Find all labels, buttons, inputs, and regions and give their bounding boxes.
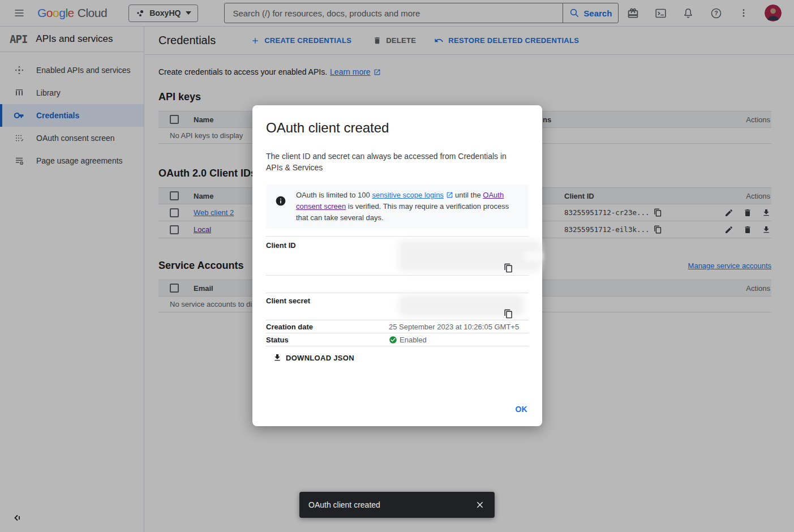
dialog-subtitle: The client ID and secret can always be a… (266, 151, 522, 173)
notice-text-2: until the (453, 191, 483, 199)
client-secret-row: Client secret (266, 293, 529, 320)
toast-message: OAuth client created (308, 500, 380, 509)
external-link-icon (446, 191, 453, 199)
ok-button[interactable]: OK (515, 405, 527, 414)
toast-snackbar: OAuth client created (299, 492, 495, 518)
notice-text-1: OAuth is limited to 100 (296, 191, 372, 199)
status-value-cell: Enabled (389, 336, 529, 344)
download-icon (273, 353, 282, 362)
client-id-label: Client ID (266, 241, 389, 275)
download-json-button[interactable]: DOWNLOAD JSON (273, 353, 354, 362)
dialog-title: OAuth client created (266, 120, 529, 136)
creation-date-row: Creation date 25 September 2023 at 10:26… (266, 320, 529, 333)
copy-client-secret-icon[interactable] (504, 309, 513, 319)
google-cloud-console: Google Cloud BoxyHQ Search (0, 0, 794, 532)
download-json-label: DOWNLOAD JSON (286, 354, 354, 362)
client-details: Client ID Client secret Creation date 25… (266, 236, 529, 346)
check-circle-icon (389, 336, 397, 344)
creation-date-value: 25 September 2023 at 10:26:05 GMT+5 (389, 323, 529, 331)
sensitive-scope-logins-link[interactable]: sensitive scope logins (372, 191, 443, 199)
client-secret-label: Client secret (266, 297, 389, 320)
status-row: Status Enabled (266, 333, 529, 346)
redacted-client-id (398, 240, 541, 272)
copy-client-id-icon[interactable] (504, 263, 513, 273)
redacted-client-id (523, 251, 543, 261)
status-label: Status (266, 336, 389, 344)
info-icon (275, 190, 286, 224)
creation-date-label: Creation date (266, 323, 389, 331)
oauth-client-created-dialog: OAuth client created The client ID and s… (252, 105, 542, 426)
close-icon[interactable] (474, 499, 486, 510)
client-id-row: Client ID (266, 236, 529, 276)
status-value: Enabled (400, 336, 427, 344)
verification-notice: OAuth is limited to 100 sensitive scope … (266, 185, 529, 229)
notice-text: OAuth is limited to 100 sensitive scope … (296, 190, 520, 224)
row-spacer (266, 276, 529, 293)
